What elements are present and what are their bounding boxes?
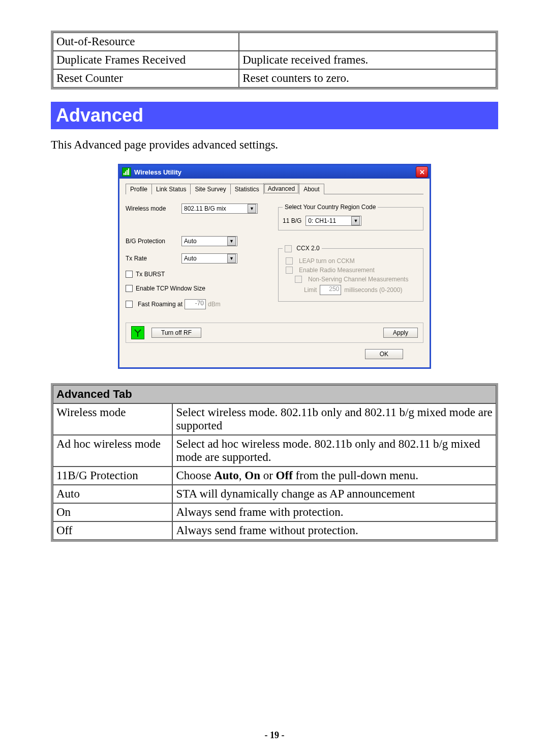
svg-rect-3	[128, 168, 129, 175]
txrate-combo[interactable]: Auto ▼	[181, 253, 237, 264]
table-row: Reset CounterReset counters to zero.	[53, 69, 496, 88]
chevron-down-icon: ▼	[248, 204, 256, 213]
svg-rect-1	[125, 171, 126, 175]
bg-protection-combo[interactable]: Auto ▼	[181, 236, 237, 246]
tab-strip: ProfileLink StatusSite SurveyStatisticsA…	[126, 183, 423, 194]
close-button[interactable]: ✕	[416, 166, 428, 178]
tcp-window-checkbox[interactable]	[126, 285, 133, 292]
table-row: AutoSTA will dynamically change as AP an…	[53, 485, 496, 503]
chevron-down-icon: ▼	[351, 216, 360, 225]
cell-label: Ad hoc wireless mode	[53, 435, 172, 467]
leap-checkbox	[286, 257, 293, 265]
bottom-bar: Turn off RF Apply	[126, 323, 423, 343]
tab-site-survey[interactable]: Site Survey	[190, 184, 230, 194]
advanced-tab-table: Advanced Tab Wireless modeSelect wireles…	[51, 383, 498, 542]
tab-statistics[interactable]: Statistics	[230, 184, 264, 194]
cell-label: 11B/G Protection	[53, 467, 172, 485]
cell-desc: Always send frame with protection.	[172, 503, 496, 521]
cell-desc: Duplicate received frames.	[239, 51, 496, 69]
cell-desc: Choose Auto, On or Off from the pull-dow…	[172, 467, 496, 485]
wireless-utility-dialog: Wireless Utility ✕ ProfileLink StatusSit…	[118, 164, 431, 369]
tab-link-status[interactable]: Link Status	[151, 184, 191, 194]
nonserving-label: Non-Serving Channel Measurements	[308, 276, 408, 283]
advanced-tab-header: Advanced Tab	[53, 385, 496, 403]
ccx-legend: CCX 2.0	[296, 245, 319, 252]
cell-desc: Select wireless mode. 802.11b only and 8…	[172, 403, 496, 435]
svg-rect-0	[124, 173, 125, 175]
tab-advanced[interactable]: Advanced	[263, 183, 299, 194]
dialog-body: ProfileLink StatusSite SurveyStatisticsA…	[119, 179, 430, 367]
leap-label: LEAP turn on CCKM	[299, 257, 355, 265]
limit-value: 250	[320, 285, 341, 295]
cell-label: Auto	[53, 485, 172, 503]
tab-profile[interactable]: Profile	[126, 184, 152, 194]
cell-desc: STA will dynamically change as AP announ…	[172, 485, 496, 503]
cell-desc	[239, 33, 496, 51]
signal-icon	[122, 167, 131, 177]
intro-text: This Advanced page provides advanced set…	[51, 138, 498, 152]
close-icon: ✕	[419, 168, 425, 176]
region-label: 11 B/G	[283, 217, 301, 224]
limit-unit: milliseconds (0-2000)	[344, 286, 402, 294]
txburst-checkbox[interactable]	[126, 271, 133, 278]
region-legend: Select Your Country Region Code	[283, 203, 378, 211]
page-number: - 19 -	[0, 730, 549, 741]
region-combo[interactable]: 0: CH1-11 ▼	[306, 216, 361, 226]
table-row: Ad hoc wireless modeSelect ad hoc wirele…	[53, 435, 496, 467]
ok-button[interactable]: OK	[365, 349, 403, 359]
cell-label: Out-of-Resource	[53, 33, 239, 51]
titlebar: Wireless Utility ✕	[119, 165, 430, 179]
tab-about[interactable]: About	[299, 184, 324, 194]
table-row: OffAlways send frame without protection.	[53, 521, 496, 540]
table-row: 11B/G ProtectionChoose Auto, On or Off f…	[53, 467, 496, 485]
wireless-mode-label: Wireless mode	[126, 205, 181, 212]
section-heading-advanced: Advanced	[51, 102, 498, 129]
table-row: Wireless modeSelect wireless mode. 802.1…	[53, 403, 496, 435]
txburst-label: Tx BURST	[136, 271, 165, 278]
region-value: 0: CH1-11	[308, 217, 351, 224]
turn-off-rf-button[interactable]: Turn off RF	[151, 328, 201, 338]
txrate-label: Tx Rate	[126, 255, 181, 262]
fast-roaming-checkbox[interactable]	[126, 301, 133, 308]
svg-rect-2	[127, 170, 128, 175]
fast-roaming-label: Fast Roaming at	[138, 301, 182, 308]
cell-desc: Reset counters to zero.	[239, 69, 496, 88]
top-description-table: Out-of-ResourceDuplicate Frames Received…	[51, 31, 498, 90]
txrate-value: Auto	[184, 255, 227, 262]
wireless-mode-value: 802.11 B/G mix	[184, 205, 248, 212]
wireless-mode-combo[interactable]: 802.11 B/G mix ▼	[181, 203, 258, 214]
cell-label: Reset Counter	[53, 69, 239, 88]
ccx-checkbox[interactable]	[285, 245, 292, 252]
apply-button[interactable]: Apply	[383, 328, 418, 338]
cell-label: On	[53, 503, 172, 521]
table-row: OnAlways send frame with protection.	[53, 503, 496, 521]
region-group: Select Your Country Region Code 11 B/G 0…	[278, 203, 423, 230]
chevron-down-icon: ▼	[227, 237, 236, 246]
ccx-group: CCX 2.0 LEAP turn on CCKM Enable Radio M…	[278, 245, 423, 302]
fast-roaming-unit: dBm	[208, 301, 221, 308]
nonserving-checkbox	[295, 276, 302, 283]
tcp-window-label: Enable TCP Window Size	[136, 285, 205, 292]
fast-roaming-value[interactable]: -70	[185, 299, 206, 309]
chevron-down-icon: ▼	[227, 254, 236, 263]
table-row: Duplicate Frames ReceivedDuplicate recei…	[53, 51, 496, 69]
limit-label: Limit	[304, 286, 317, 294]
cell-label: Duplicate Frames Received	[53, 51, 239, 69]
bg-protection-value: Auto	[184, 238, 227, 245]
rf-indicator-icon	[131, 326, 144, 339]
radio-measure-label: Enable Radio Measurement	[299, 267, 375, 274]
cell-label: Off	[53, 521, 172, 540]
radio-measure-checkbox	[286, 267, 293, 274]
table-row: Out-of-Resource	[53, 33, 496, 51]
dialog-title: Wireless Utility	[134, 168, 416, 176]
cell-desc: Select ad hoc wireless mode. 802.11b onl…	[172, 435, 496, 467]
cell-desc: Always send frame without protection.	[172, 521, 496, 540]
bg-protection-label: B/G Protection	[126, 238, 181, 245]
cell-label: Wireless mode	[53, 403, 172, 435]
